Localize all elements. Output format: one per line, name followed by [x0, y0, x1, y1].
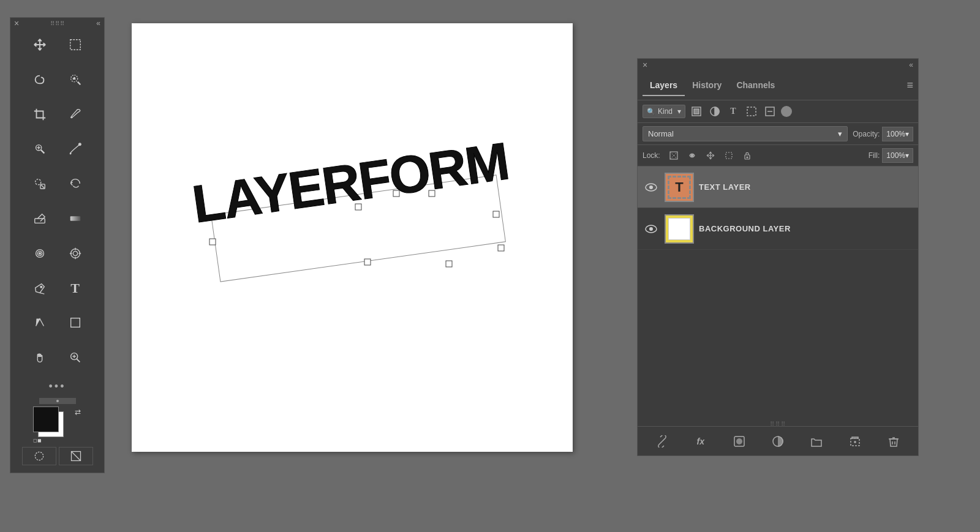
svg-rect-12 — [34, 219, 45, 223]
shape-tool[interactable] — [58, 309, 92, 336]
svg-rect-0 — [70, 40, 80, 50]
filter-smart-icon[interactable] — [763, 104, 777, 119]
move-tool[interactable] — [23, 31, 57, 58]
history-brush-tool[interactable] — [58, 170, 92, 197]
fx-button[interactable]: fx — [692, 433, 709, 450]
filter-kind-select[interactable]: 🔍 Kind ▾ — [643, 105, 685, 118]
panel-tabs: Layers History Channels ≡ — [638, 71, 918, 100]
clone-stamp-tool[interactable] — [23, 170, 57, 197]
toolbox-collapse-icon[interactable]: « — [96, 19, 100, 28]
layer-thumbnail-background — [665, 214, 694, 244]
filter-shape-icon[interactable] — [744, 104, 759, 119]
toolbox-close-icon[interactable]: × — [14, 18, 19, 28]
svg-line-33 — [71, 452, 80, 461]
quick-select-tool[interactable] — [58, 66, 92, 93]
svg-point-16 — [39, 252, 40, 254]
svg-point-59 — [736, 438, 742, 444]
hand-tool[interactable] — [23, 344, 57, 371]
link-layers-button[interactable] — [654, 433, 671, 450]
more-tools-indicator[interactable]: ••• — [49, 380, 66, 393]
svg-rect-35 — [209, 239, 216, 245]
lasso-tool[interactable] — [23, 66, 57, 93]
svg-point-9 — [78, 143, 81, 146]
filter-type-icon[interactable]: T — [726, 104, 741, 119]
target-adjust-tool[interactable] — [58, 240, 92, 267]
svg-rect-38 — [493, 211, 499, 217]
text-transform-box[interactable]: LAYERFORM — [190, 173, 514, 274]
pen-tool[interactable] — [23, 275, 57, 302]
svg-point-24 — [40, 286, 42, 288]
svg-point-2 — [73, 77, 75, 80]
filter-status-circle[interactable] — [781, 106, 792, 117]
layer-visibility-text[interactable] — [643, 179, 660, 196]
panel-resize-handle[interactable]: ⠿⠿⠿ — [638, 421, 918, 426]
lock-image-pixels-btn[interactable] — [685, 148, 699, 163]
tab-channels[interactable]: Channels — [729, 75, 782, 96]
quick-mask-btn[interactable] — [22, 447, 56, 465]
lock-transparent-pixels-btn[interactable] — [666, 148, 681, 163]
new-adjustment-button[interactable] — [769, 433, 786, 450]
fill-label: Fill: — [869, 151, 880, 160]
panel-collapse-button[interactable]: « — [909, 61, 913, 69]
layer-item-text[interactable]: T TEXT LAYER — [638, 167, 918, 208]
layer-name-text: TEXT LAYER — [699, 182, 751, 192]
filter-pixel-icon[interactable] — [689, 104, 704, 119]
crop-tool[interactable] — [23, 101, 57, 128]
svg-rect-44 — [694, 109, 699, 114]
marquee-tool[interactable] — [58, 31, 92, 58]
fill-value[interactable]: 100% ▾ — [882, 148, 913, 163]
blur-tool[interactable] — [23, 240, 57, 267]
swap-colors-icon[interactable]: ⇄ — [75, 408, 81, 416]
tab-layers[interactable]: Layers — [643, 75, 685, 96]
blend-opacity-row: Normal ▾ Opacity: 100% ▾ — [638, 123, 918, 145]
panel-close-button[interactable]: × — [643, 60, 647, 70]
toolbox-drag-handle: × ⠿⠿⠿ « — [10, 18, 104, 29]
svg-rect-39 — [498, 245, 504, 251]
tab-history[interactable]: History — [685, 75, 729, 96]
svg-rect-46 — [747, 107, 756, 116]
lock-position-btn[interactable] — [703, 148, 718, 163]
zoom-tool[interactable] — [58, 344, 92, 371]
svg-point-17 — [70, 249, 80, 258]
svg-line-57 — [660, 440, 663, 443]
new-group-button[interactable] — [808, 433, 825, 450]
opacity-label: Opacity: — [853, 130, 880, 138]
fill-dropdown-icon: ▾ — [905, 151, 909, 160]
layers-list: T TEXT LAYER BACKGROUND LAYER — [638, 167, 918, 421]
lock-label: Lock: — [643, 151, 660, 160]
brush-tool[interactable] — [58, 135, 92, 162]
svg-point-49 — [691, 154, 693, 157]
foreground-color-swatch[interactable] — [33, 406, 59, 432]
fill-control: Fill: 100% ▾ — [869, 148, 913, 163]
canvas-document[interactable]: LAYERFORM — [132, 23, 573, 452]
toolbox-extras: ••• ⇄ ◻◼ — [10, 380, 104, 473]
layer-name-background: BACKGROUND LAYER — [699, 224, 791, 233]
svg-point-10 — [35, 179, 40, 185]
healing-brush-tool[interactable] — [23, 135, 57, 162]
eraser-tool[interactable] — [23, 205, 57, 232]
opacity-value[interactable]: 100% ▾ — [882, 127, 913, 141]
filter-row: 🔍 Kind ▾ T — [638, 100, 918, 123]
blend-mode-select[interactable]: Normal ▾ — [643, 126, 848, 141]
svg-point-56 — [649, 227, 653, 231]
path-select-tool[interactable] — [23, 309, 57, 336]
filter-adjustment-icon[interactable] — [707, 104, 722, 119]
screen-mode-btn[interactable] — [59, 447, 93, 465]
svg-line-28 — [77, 359, 80, 362]
gradient-tool[interactable] — [58, 205, 92, 232]
default-colors-icon[interactable]: ◻◼ — [33, 438, 42, 443]
eyedropper-tool[interactable] — [58, 101, 92, 128]
lock-all-btn[interactable] — [740, 148, 755, 163]
layer-thumbnail-text: T — [665, 173, 694, 202]
canvas-area: LAYERFORM — [113, 17, 591, 458]
svg-line-3 — [77, 81, 80, 84]
lock-artboard-btn[interactable] — [722, 148, 736, 163]
add-mask-button[interactable] — [731, 433, 748, 450]
layer-item-background[interactable]: BACKGROUND LAYER — [638, 208, 918, 250]
type-tool[interactable]: T — [58, 275, 92, 302]
new-layer-button[interactable] — [846, 433, 864, 450]
layer-visibility-background[interactable] — [643, 220, 660, 238]
svg-point-18 — [73, 251, 77, 255]
panel-menu-button[interactable]: ≡ — [907, 79, 913, 92]
delete-layer-button[interactable] — [885, 433, 902, 450]
